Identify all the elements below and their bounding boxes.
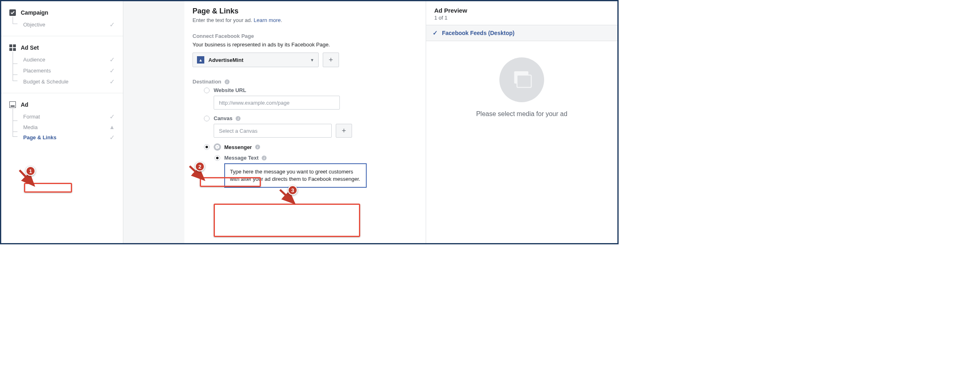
sidebar-item-page-links[interactable]: Page & Links ✓ xyxy=(1,132,123,143)
svg-rect-2 xyxy=(13,44,16,47)
radio-canvas[interactable]: Canvas i xyxy=(204,115,418,121)
canvas-select[interactable]: Select a Canvas xyxy=(214,124,332,138)
page-logo-icon: ▲ xyxy=(197,56,204,64)
ad-title: Ad xyxy=(21,101,28,108)
connect-desc: Your business is represented in ads by i… xyxy=(192,42,418,48)
annotation-badge-3: 3 xyxy=(288,185,298,195)
warning-icon: ▲ xyxy=(109,124,115,130)
add-canvas-button[interactable]: + xyxy=(336,124,352,138)
info-icon[interactable]: i xyxy=(236,116,241,121)
annotation-badge-1: 1 xyxy=(26,166,35,176)
checkbox-icon xyxy=(9,9,16,16)
ad-header[interactable]: Ad xyxy=(1,98,123,111)
grid-icon xyxy=(9,44,16,51)
gap xyxy=(123,1,184,243)
radio-icon xyxy=(204,116,210,121)
check-icon: ✓ xyxy=(109,56,115,64)
destination-head: Destinationi xyxy=(192,79,418,85)
messenger-icon xyxy=(214,143,221,151)
ad-icon xyxy=(9,101,16,108)
radio-website[interactable]: Website URL xyxy=(204,87,418,93)
svg-rect-6 xyxy=(11,105,15,107)
sidebar-item-objective[interactable]: Objective ✓ xyxy=(1,19,123,30)
connect-head: Connect Facebook Page xyxy=(192,33,418,39)
placeholder-text: Please select media for your ad xyxy=(476,110,567,118)
annotation-badge-2: 2 xyxy=(195,162,205,171)
preview-panel: Ad Preview 1 of 1 ✓ Facebook Feeds (Desk… xyxy=(426,1,617,243)
check-icon: ✓ xyxy=(109,113,115,121)
sidebar-item-placements[interactable]: Placements ✓ xyxy=(1,65,123,76)
page-subtitle: Enter the text for your ad. Learn more. xyxy=(192,17,418,23)
check-icon: ✓ xyxy=(109,134,115,141)
check-icon: ✓ xyxy=(433,29,438,37)
radio-icon-selected xyxy=(204,144,210,150)
website-url-input[interactable]: http://www.example.com/page xyxy=(214,96,340,110)
page-title: Page & Links xyxy=(192,7,418,15)
sidebar-item-budget[interactable]: Budget & Schedule ✓ xyxy=(1,76,123,87)
annotation-highlight-3 xyxy=(214,204,360,237)
info-icon[interactable]: i xyxy=(255,145,260,149)
radio-messenger[interactable]: Messenger i xyxy=(204,143,418,151)
sidebar-item-audience[interactable]: Audience ✓ xyxy=(1,54,123,65)
check-icon: ✓ xyxy=(109,67,115,75)
radio-message-text[interactable]: Message Text i xyxy=(214,155,418,161)
preview-title: Ad Preview xyxy=(434,7,609,14)
learn-more-link[interactable]: Learn more xyxy=(254,17,280,23)
add-page-button[interactable]: + xyxy=(323,53,339,67)
svg-rect-3 xyxy=(9,48,12,51)
sidebar-item-format[interactable]: Format ✓ xyxy=(1,111,123,122)
check-icon: ✓ xyxy=(109,21,115,29)
page-select[interactable]: ▲ AdvertiseMint ▼ xyxy=(192,53,319,67)
campaign-header[interactable]: Campaign xyxy=(1,6,123,19)
radio-icon xyxy=(204,88,210,93)
preview-count: 1 of 1 xyxy=(434,15,609,21)
adset-header[interactable]: Ad Set xyxy=(1,41,123,54)
placeholder-media-icon xyxy=(499,57,544,102)
preview-feed-selector[interactable]: ✓ Facebook Feeds (Desktop) xyxy=(426,25,617,41)
adset-title: Ad Set xyxy=(21,44,39,51)
info-icon[interactable]: i xyxy=(225,79,230,84)
svg-rect-5 xyxy=(9,101,16,108)
svg-rect-1 xyxy=(9,44,12,47)
sidebar-item-media[interactable]: Media ▲ xyxy=(1,122,123,132)
check-icon: ✓ xyxy=(109,78,115,86)
svg-rect-4 xyxy=(13,48,16,51)
info-icon[interactable]: i xyxy=(262,156,267,160)
radio-icon-selected xyxy=(214,155,220,161)
svg-rect-8 xyxy=(517,75,531,87)
campaign-title: Campaign xyxy=(21,9,48,16)
chevron-down-icon: ▼ xyxy=(310,58,314,62)
sidebar: Campaign Objective ✓ Ad Set Audience ✓ xyxy=(1,1,123,243)
